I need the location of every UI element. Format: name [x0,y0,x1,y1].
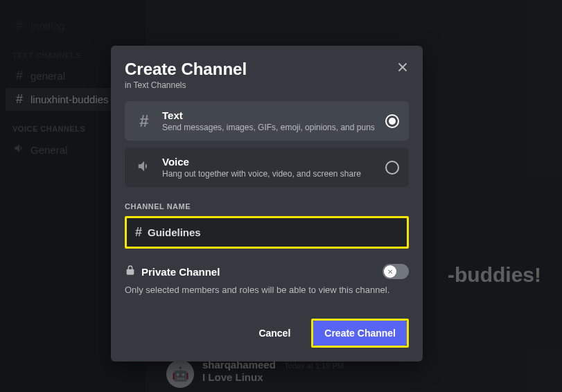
radio-selected-icon [385,114,399,128]
hash-icon: # [135,225,142,240]
modal-subtitle: in Text Channels [125,80,409,90]
hash-icon: # [134,112,154,131]
close-icon[interactable] [395,60,410,78]
highlight-create-button: Create Channel [311,319,409,348]
channel-name-label: CHANNEL NAME [125,202,409,211]
channel-name-field[interactable]: # [127,218,407,247]
private-channel-desc: Only selected members and roles will be … [125,285,409,295]
private-channel-title: Private Channel [141,266,383,278]
radio-unselected-icon [385,161,399,175]
create-channel-button[interactable]: Create Channel [313,321,407,346]
channel-name-input[interactable] [148,226,398,238]
type-desc: Hang out together with voice, video, and… [162,169,385,179]
speaker-icon [134,159,154,177]
create-channel-modal: Create Channel in Text Channels # Text S… [111,46,423,362]
lock-icon [125,265,136,278]
channel-type-text[interactable]: # Text Send messages, images, GIFs, emoj… [125,101,409,141]
cancel-button[interactable]: Cancel [247,321,301,346]
modal-title: Create Channel [125,60,409,79]
highlight-channel-name: # [125,216,409,249]
type-title: Voice [162,156,385,168]
channel-type-voice[interactable]: Voice Hang out together with voice, vide… [125,148,409,187]
private-toggle[interactable] [383,264,409,279]
type-title: Text [162,109,385,121]
type-desc: Send messages, images, GIFs, emoji, opin… [162,123,385,132]
